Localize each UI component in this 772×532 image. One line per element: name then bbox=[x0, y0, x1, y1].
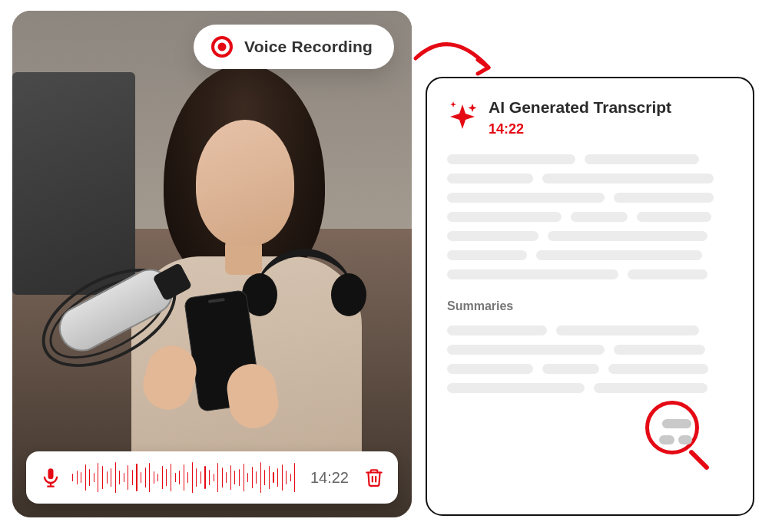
skeleton-row bbox=[447, 250, 733, 260]
waveform-bar bbox=[115, 462, 116, 493]
skeleton-row bbox=[447, 345, 733, 355]
waveform-bar bbox=[244, 464, 244, 491]
waveform-bar bbox=[282, 464, 283, 491]
waveform-bar bbox=[209, 470, 210, 485]
svg-point-2 bbox=[218, 43, 227, 51]
skeleton-line bbox=[447, 154, 575, 164]
waveform-bar bbox=[264, 470, 265, 485]
svg-rect-0 bbox=[48, 468, 54, 479]
waveform-bar bbox=[214, 474, 214, 481]
record-icon bbox=[210, 35, 234, 58]
waveform-bar bbox=[166, 469, 167, 486]
waveform-bar bbox=[294, 463, 295, 492]
waveform-bar bbox=[89, 469, 90, 486]
waveform-bar bbox=[273, 472, 273, 483]
skeleton-row bbox=[447, 383, 733, 393]
arrow-curved-right-icon bbox=[412, 35, 504, 89]
skeleton-line bbox=[447, 325, 547, 335]
skeleton-line bbox=[536, 250, 702, 260]
waveform-bar bbox=[239, 469, 240, 486]
audio-waveform[interactable] bbox=[72, 461, 295, 494]
waveform-bar bbox=[256, 471, 257, 484]
skeleton-line bbox=[447, 364, 533, 374]
recording-photo-card: 14:22 bbox=[12, 11, 412, 517]
voice-recording-label: Voice Recording bbox=[244, 38, 373, 56]
waveform-bar bbox=[226, 472, 227, 483]
skeleton-line bbox=[447, 173, 533, 183]
skeleton-line bbox=[571, 212, 628, 222]
waveform-bar bbox=[179, 471, 180, 484]
waveform-bar bbox=[128, 465, 128, 490]
skeleton-line bbox=[594, 383, 708, 393]
waveform-bar bbox=[81, 472, 81, 483]
waveform-bar bbox=[222, 468, 223, 487]
skeleton-line bbox=[614, 193, 714, 203]
waveform-bar bbox=[85, 464, 86, 491]
waveform-bar bbox=[72, 474, 73, 481]
skeleton-line bbox=[548, 231, 707, 241]
waveform-bar bbox=[269, 466, 270, 489]
skeleton-line bbox=[542, 173, 714, 183]
waveform-bar bbox=[149, 463, 150, 492]
microphone-icon[interactable] bbox=[40, 467, 61, 488]
transcript-header: AI Generated Transcript 14:22 bbox=[447, 98, 733, 137]
waveform-bar bbox=[196, 468, 197, 487]
waveform-bar bbox=[290, 474, 291, 481]
waveform-bar bbox=[260, 462, 261, 493]
waveform-bar bbox=[154, 471, 154, 484]
summaries-skeleton bbox=[447, 325, 733, 393]
skeleton-row bbox=[447, 325, 733, 335]
skeleton-line bbox=[608, 364, 708, 374]
waveform-bar bbox=[162, 466, 163, 489]
recording-timer: 14:22 bbox=[310, 469, 349, 487]
skeleton-row bbox=[447, 173, 733, 183]
skeleton-line bbox=[447, 345, 605, 355]
skeleton-line bbox=[556, 325, 699, 335]
waveform-bar bbox=[119, 471, 120, 484]
transcript-timestamp: 14:22 bbox=[489, 121, 671, 137]
waveform-bar bbox=[200, 471, 201, 484]
waveform-bar bbox=[145, 468, 146, 487]
skeleton-line bbox=[614, 345, 705, 355]
waveform-bar bbox=[77, 471, 78, 484]
recorder-bar: 14:22 bbox=[26, 451, 398, 504]
waveform-bar bbox=[171, 464, 171, 491]
waveform-bar bbox=[234, 471, 235, 484]
transcript-title: AI Generated Transcript bbox=[489, 98, 671, 117]
skeleton-line bbox=[447, 250, 527, 260]
skeleton-row bbox=[447, 154, 733, 164]
waveform-bar bbox=[124, 473, 124, 482]
waveform-bar bbox=[102, 466, 103, 489]
waveform-bar bbox=[98, 463, 98, 492]
waveform-bar bbox=[175, 473, 176, 482]
waveform-bar bbox=[247, 473, 248, 482]
skeleton-line bbox=[447, 269, 618, 279]
waveform-bar bbox=[192, 462, 193, 493]
waveform-bar bbox=[187, 472, 188, 483]
waveform-bar bbox=[111, 468, 111, 487]
skeleton-row bbox=[447, 212, 733, 222]
skeleton-line bbox=[585, 154, 699, 164]
skeleton-row bbox=[447, 269, 733, 279]
waveform-bar bbox=[107, 471, 108, 484]
skeleton-line bbox=[628, 269, 707, 279]
waveform-bar bbox=[217, 463, 218, 492]
trash-icon[interactable] bbox=[364, 468, 384, 487]
transcript-card: AI Generated Transcript 14:22 Summaries bbox=[426, 77, 754, 516]
summaries-heading: Summaries bbox=[447, 299, 733, 313]
waveform-bar bbox=[94, 473, 94, 482]
waveform-bar bbox=[277, 468, 278, 487]
sparkle-icon bbox=[447, 100, 478, 131]
skeleton-row bbox=[447, 364, 733, 374]
waveform-bar bbox=[132, 470, 133, 485]
skeleton-line bbox=[447, 231, 538, 241]
search-icon[interactable] bbox=[645, 401, 719, 474]
transcript-skeleton bbox=[447, 154, 733, 279]
waveform-bar bbox=[252, 467, 253, 488]
waveform-bar bbox=[157, 474, 158, 481]
voice-recording-badge: Voice Recording bbox=[194, 25, 394, 69]
skeleton-line bbox=[637, 212, 711, 222]
waveform-bar bbox=[204, 466, 205, 489]
skeleton-line bbox=[447, 212, 562, 222]
skeleton-line bbox=[447, 383, 585, 393]
